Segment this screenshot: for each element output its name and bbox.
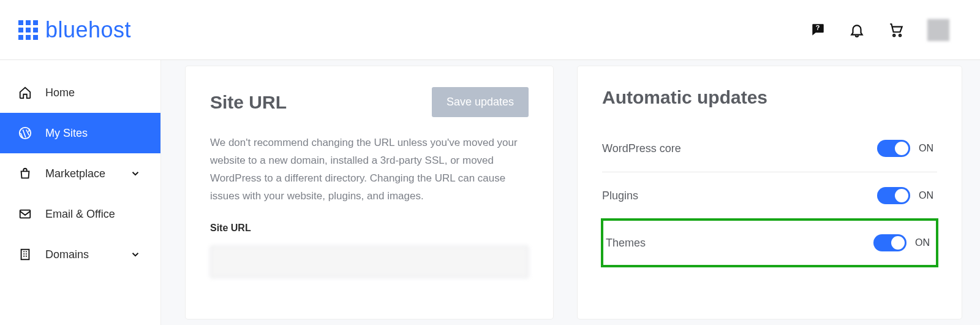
brand-name: bluehost bbox=[45, 17, 131, 43]
toggle-wordpress-core[interactable] bbox=[877, 140, 910, 157]
bell-icon[interactable] bbox=[849, 22, 865, 38]
avatar[interactable] bbox=[927, 19, 949, 41]
toggle-row-themes: Themes ON bbox=[602, 220, 937, 266]
sidebar-item-label: Email & Office bbox=[45, 208, 115, 221]
toggle-state: ON bbox=[919, 143, 937, 154]
sidebar-item-home[interactable]: Home bbox=[0, 72, 160, 113]
sidebar-item-email-office[interactable]: Email & Office bbox=[0, 194, 160, 234]
automatic-updates-card: Automatic updates WordPress core ON Plug… bbox=[578, 66, 962, 319]
header-actions: ? bbox=[810, 19, 949, 41]
save-updates-button[interactable]: Save updates bbox=[432, 87, 529, 117]
sidebar-item-marketplace[interactable]: Marketplace bbox=[0, 153, 160, 194]
chevron-down-icon bbox=[129, 248, 142, 261]
site-url-field-label: Site URL bbox=[210, 223, 529, 234]
toggle-state: ON bbox=[919, 190, 937, 201]
svg-rect-4 bbox=[20, 210, 31, 218]
sidebar-item-my-sites[interactable]: My Sites bbox=[0, 113, 160, 153]
toggle-label: Plugins bbox=[602, 189, 877, 202]
svg-point-2 bbox=[899, 34, 901, 36]
sidebar-item-domains[interactable]: Domains bbox=[0, 234, 160, 275]
svg-rect-5 bbox=[21, 250, 29, 260]
wordpress-icon bbox=[18, 126, 32, 140]
sidebar-item-label: Domains bbox=[45, 248, 89, 261]
svg-text:?: ? bbox=[816, 24, 820, 31]
site-url-card: Site URL Save updates We don't recommend… bbox=[186, 66, 553, 319]
svg-point-1 bbox=[893, 34, 895, 36]
chevron-down-icon bbox=[129, 167, 142, 180]
toggle-themes[interactable] bbox=[873, 234, 907, 251]
building-icon bbox=[18, 248, 32, 261]
sidebar: Home My Sites Marketplace Email & Office bbox=[0, 60, 161, 325]
content: Site URL Save updates We don't recommend… bbox=[161, 60, 980, 325]
sidebar-item-label: Marketplace bbox=[45, 167, 105, 180]
brand-logo[interactable]: bluehost bbox=[18, 17, 131, 43]
site-url-title: Site URL bbox=[210, 92, 287, 113]
toggle-label: Themes bbox=[606, 237, 873, 250]
logo-grid-icon bbox=[18, 20, 38, 40]
help-chat-icon[interactable]: ? bbox=[810, 22, 826, 38]
sidebar-item-label: My Sites bbox=[45, 127, 88, 140]
home-icon bbox=[18, 86, 32, 99]
cart-icon[interactable] bbox=[888, 22, 904, 38]
toggle-label: WordPress core bbox=[602, 142, 877, 155]
header: bluehost ? bbox=[0, 0, 980, 60]
toggle-row-wordpress-core: WordPress core ON bbox=[602, 125, 937, 172]
bag-icon bbox=[18, 167, 32, 180]
toggle-row-plugins: Plugins ON bbox=[602, 172, 937, 220]
toggle-plugins[interactable] bbox=[877, 187, 910, 204]
site-url-input[interactable] bbox=[210, 246, 529, 278]
sidebar-item-label: Home bbox=[45, 86, 75, 99]
site-url-description: We don't recommend changing the URL unle… bbox=[210, 134, 529, 205]
toggle-state: ON bbox=[915, 237, 933, 248]
automatic-updates-title: Automatic updates bbox=[602, 87, 767, 108]
main: Home My Sites Marketplace Email & Office bbox=[0, 60, 980, 325]
mail-icon bbox=[18, 207, 32, 221]
